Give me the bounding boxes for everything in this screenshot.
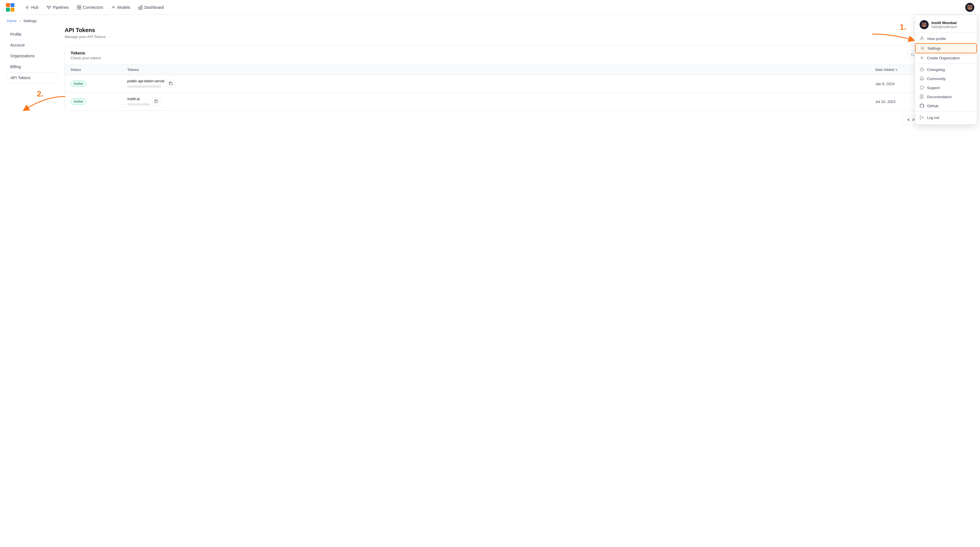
nav-items: Hub Pipelines Connectors Models Dashboar…	[22, 3, 965, 11]
sidebar-item-billing[interactable]: Billing	[7, 62, 58, 72]
user-dropdown-menu: 🐻 Instill Wombat hello@instill.tech View…	[915, 15, 977, 124]
main-content: API Tokens Manage your API Tokens Tokens…	[58, 27, 973, 129]
changelog-icon	[920, 67, 924, 72]
community-icon	[920, 76, 924, 81]
breadcrumb-current: Settings	[23, 19, 37, 23]
tokens-card: Tokens Check your tokens Status Tokens D…	[65, 46, 966, 111]
svg-rect-8	[77, 5, 79, 7]
svg-rect-17	[155, 100, 158, 103]
svg-point-21	[920, 77, 924, 80]
table-row: Active public-api-token-vercel Jan 6, 20…	[65, 75, 966, 93]
settings-sidebar: Profile Account Organizations Billing AP…	[7, 27, 58, 129]
svg-rect-11	[80, 8, 81, 10]
table-header: Status Tokens Date Added ⇅	[65, 65, 966, 75]
copy-icon	[169, 81, 173, 85]
arrow-left-icon	[907, 118, 911, 122]
page-subtitle: Manage your API Tokens	[65, 35, 966, 39]
top-navigation: Hub Pipelines Connectors Models Dashboar…	[0, 0, 980, 15]
dropdown-item-create-org[interactable]: Create Organization	[915, 53, 977, 62]
sort-icon: ⇅	[895, 69, 897, 72]
user-icon	[920, 36, 924, 41]
svg-rect-13	[140, 6, 141, 10]
token-masked-value	[127, 103, 150, 105]
svg-rect-3	[11, 8, 14, 12]
svg-rect-2	[6, 8, 10, 12]
tokens-card-subtitle: Check your tokens	[71, 56, 101, 60]
tokens-card-header: Tokens Check your tokens	[65, 46, 966, 65]
settings-icon	[920, 46, 925, 51]
svg-point-19	[922, 48, 923, 49]
token-masked-value	[127, 85, 161, 88]
dropdown-divider	[915, 64, 977, 64]
dropdown-user-name: Instill Wombat	[932, 21, 957, 25]
support-icon	[920, 85, 924, 90]
token-name: public-api-token-vercel	[127, 79, 164, 83]
svg-rect-10	[77, 8, 79, 10]
svg-rect-5	[47, 6, 48, 7]
svg-point-4	[26, 6, 28, 8]
page-title: API Tokens	[65, 27, 966, 33]
status-badge-active: Active	[71, 81, 86, 87]
svg-point-15	[911, 53, 914, 56]
search-icon	[911, 53, 915, 57]
nav-models[interactable]: Models	[108, 3, 134, 11]
table-row: Active instill-ai Jul 10, 2023 Delete	[65, 93, 966, 110]
copy-icon	[154, 99, 158, 103]
sidebar-item-account[interactable]: Account	[7, 40, 58, 50]
nav-hub[interactable]: Hub	[22, 3, 42, 11]
dropdown-item-support[interactable]: Support	[915, 83, 977, 92]
dropdown-divider-2	[915, 112, 977, 112]
nav-pipelines[interactable]: Pipelines	[43, 3, 72, 11]
row2-status: Active	[71, 99, 127, 105]
dropdown-item-settings[interactable]: Settings	[915, 43, 977, 53]
col-status: Status	[71, 68, 127, 72]
dropdown-user-info: 🐻 Instill Wombat hello@instill.tech	[915, 17, 977, 33]
sidebar-item-api-tokens[interactable]: API Tokens	[7, 72, 58, 83]
github-icon	[920, 104, 924, 108]
svg-rect-9	[80, 5, 81, 7]
svg-rect-1	[11, 3, 14, 7]
copy-button[interactable]	[167, 80, 175, 88]
breadcrumb-separator: >	[19, 19, 21, 23]
logout-icon	[920, 115, 924, 120]
copy-button[interactable]	[152, 98, 160, 105]
sidebar-item-organizations[interactable]: Organizations	[7, 51, 58, 61]
user-avatar[interactable]: 🐻	[965, 3, 974, 12]
dropdown-item-view-profile[interactable]: View profile	[915, 34, 977, 43]
dropdown-item-logout[interactable]: Log out	[915, 113, 977, 122]
dropdown-item-documentation[interactable]: Documentation	[915, 92, 977, 101]
svg-rect-7	[48, 8, 49, 9]
token-name: instill-ai	[127, 97, 150, 101]
row1-status: Active	[71, 81, 127, 87]
status-badge-active: Active	[71, 99, 86, 105]
docs-icon	[920, 94, 924, 99]
tokens-card-title: Tokens	[71, 51, 101, 55]
app-logo[interactable]	[6, 3, 15, 12]
svg-point-18	[921, 37, 923, 38]
sidebar-item-profile[interactable]: Profile	[7, 29, 58, 40]
breadcrumb-home[interactable]: Home	[7, 19, 17, 23]
nav-dashboard[interactable]: Dashboard	[135, 3, 167, 11]
pagination: Previous 1 Next	[65, 111, 966, 129]
dropdown-item-github[interactable]: GitHub	[915, 101, 977, 110]
col-tokens: Tokens	[127, 68, 875, 72]
breadcrumb: Home > Settings	[0, 15, 980, 27]
svg-rect-0	[6, 3, 10, 7]
svg-rect-14	[141, 5, 142, 10]
svg-rect-6	[49, 6, 51, 7]
svg-rect-16	[170, 82, 172, 85]
dropdown-item-changelog[interactable]: Changelog	[915, 65, 977, 74]
svg-rect-12	[138, 7, 140, 10]
dropdown-user-email: hello@instill.tech	[932, 25, 957, 29]
dropdown-avatar: 🐻	[920, 20, 929, 29]
row2-token-cell: instill-ai	[127, 97, 875, 106]
nav-connectors[interactable]: Connectors	[73, 3, 107, 11]
row1-token-cell: public-api-token-vercel	[127, 79, 875, 89]
dropdown-item-community[interactable]: Community	[915, 74, 977, 83]
plus-icon	[920, 56, 924, 60]
